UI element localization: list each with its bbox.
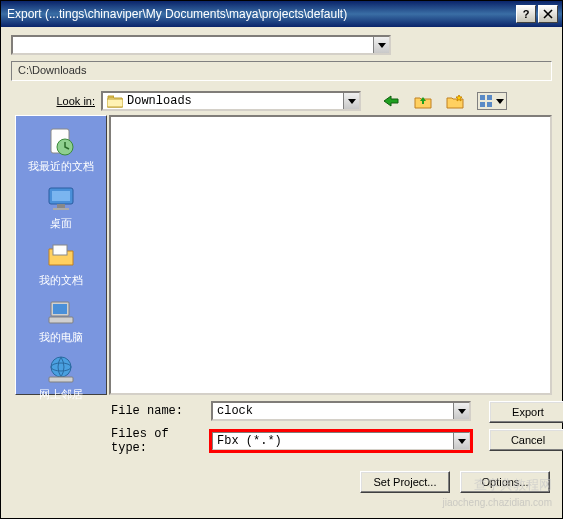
folder-up-icon bbox=[414, 93, 432, 109]
lookin-dropdown[interactable]: Downloads bbox=[101, 91, 361, 111]
options-button[interactable]: Options... bbox=[460, 471, 550, 493]
up-folder-button[interactable] bbox=[413, 92, 433, 110]
sidebar-item-label: 我的电脑 bbox=[39, 330, 83, 345]
svg-rect-6 bbox=[487, 102, 492, 107]
sidebar-item-label: 桌面 bbox=[50, 216, 72, 231]
top-combo-arrow[interactable] bbox=[373, 37, 389, 53]
sidebar-item-network[interactable]: 网上邻居 bbox=[16, 350, 106, 405]
help-button[interactable]: ? bbox=[516, 5, 536, 23]
places-sidebar: 我最近的文档 桌面 我的文档 我的电脑 网上邻居 bbox=[15, 115, 107, 395]
lookin-label: Look in: bbox=[31, 95, 101, 107]
chevron-down-icon bbox=[458, 439, 466, 444]
back-arrow-icon bbox=[382, 94, 400, 108]
set-project-button[interactable]: Set Project... bbox=[360, 471, 450, 493]
filetype-label: Files of type: bbox=[111, 427, 211, 455]
sidebar-item-label: 我最近的文档 bbox=[28, 159, 94, 174]
cancel-button[interactable]: Cancel bbox=[489, 429, 563, 451]
svg-rect-12 bbox=[53, 208, 69, 210]
set-project-label: Set Project... bbox=[374, 476, 437, 488]
sidebar-item-label: 我的文档 bbox=[39, 273, 83, 288]
desktop-icon bbox=[45, 182, 77, 214]
new-folder-icon bbox=[446, 93, 464, 109]
svg-rect-15 bbox=[53, 304, 67, 314]
filename-input[interactable] bbox=[211, 401, 471, 421]
recent-documents-icon bbox=[45, 125, 77, 157]
watermark-sub: jiaocheng.chazidian.com bbox=[442, 497, 552, 508]
filename-field[interactable] bbox=[217, 404, 465, 418]
path-display-text: C:\Downloads bbox=[18, 64, 86, 76]
window-title: Export (...tings\chinaviper\My Documents… bbox=[5, 7, 514, 21]
chevron-down-icon bbox=[348, 99, 356, 104]
svg-rect-3 bbox=[480, 95, 485, 100]
svg-rect-13 bbox=[53, 245, 67, 255]
sidebar-item-documents[interactable]: 我的文档 bbox=[16, 236, 106, 291]
back-button[interactable] bbox=[381, 92, 401, 110]
view-menu-button[interactable] bbox=[477, 92, 507, 110]
documents-icon bbox=[45, 239, 77, 271]
export-dialog: Export (...tings\chinaviper\My Documents… bbox=[0, 0, 563, 519]
filetype-dropdown[interactable]: Fbx (*.*) bbox=[211, 431, 471, 451]
sidebar-item-computer[interactable]: 我的电脑 bbox=[16, 293, 106, 348]
file-list-area[interactable] bbox=[109, 115, 552, 395]
export-button[interactable]: Export bbox=[489, 401, 563, 423]
network-icon bbox=[45, 353, 77, 385]
svg-rect-4 bbox=[487, 95, 492, 100]
export-button-label: Export bbox=[512, 406, 544, 418]
computer-icon bbox=[45, 296, 77, 328]
sidebar-item-label: 网上邻居 bbox=[39, 387, 83, 402]
svg-rect-2 bbox=[107, 99, 123, 107]
filetype-arrow[interactable] bbox=[453, 433, 469, 449]
new-folder-button[interactable] bbox=[445, 92, 465, 110]
svg-rect-11 bbox=[57, 204, 65, 208]
top-combo[interactable] bbox=[11, 35, 391, 55]
titlebar: Export (...tings\chinaviper\My Documents… bbox=[1, 1, 562, 27]
close-button[interactable] bbox=[538, 5, 558, 23]
svg-rect-10 bbox=[52, 191, 70, 201]
close-icon bbox=[543, 9, 553, 19]
sidebar-item-desktop[interactable]: 桌面 bbox=[16, 179, 106, 234]
lookin-value: Downloads bbox=[127, 94, 192, 108]
view-icon bbox=[480, 95, 494, 107]
path-display: C:\Downloads bbox=[11, 61, 552, 81]
lookin-arrow[interactable] bbox=[343, 93, 359, 109]
cancel-button-label: Cancel bbox=[511, 434, 545, 446]
folder-icon bbox=[107, 94, 123, 108]
filename-arrow[interactable] bbox=[453, 403, 469, 419]
chevron-down-icon bbox=[496, 99, 504, 104]
options-label: Options... bbox=[481, 476, 528, 488]
filetype-value: Fbx (*.*) bbox=[217, 434, 282, 448]
svg-rect-16 bbox=[49, 317, 73, 323]
filename-label: File name: bbox=[111, 404, 211, 418]
chevron-down-icon bbox=[378, 43, 386, 48]
svg-point-17 bbox=[51, 357, 71, 377]
svg-rect-5 bbox=[480, 102, 485, 107]
chevron-down-icon bbox=[458, 409, 466, 414]
sidebar-item-recent[interactable]: 我最近的文档 bbox=[16, 122, 106, 177]
svg-rect-19 bbox=[49, 377, 73, 382]
